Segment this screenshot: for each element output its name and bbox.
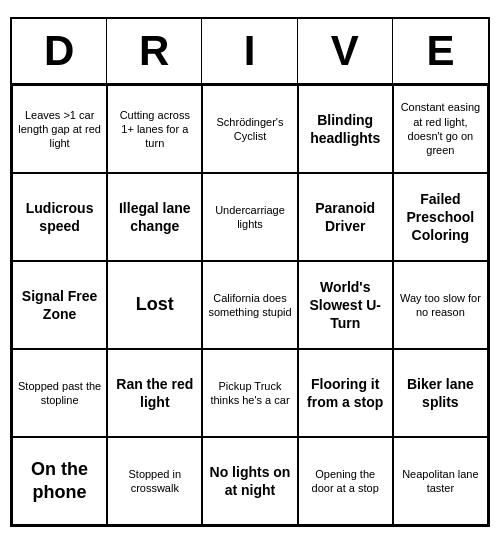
bingo-cell: Ludicrous speed bbox=[12, 173, 107, 261]
bingo-cell: California does something stupid bbox=[202, 261, 297, 349]
header-letter: E bbox=[393, 19, 488, 83]
bingo-cell: Stopped past the stopline bbox=[12, 349, 107, 437]
bingo-cell: Ran the red light bbox=[107, 349, 202, 437]
header-letter: R bbox=[107, 19, 202, 83]
bingo-cell: World's Slowest U-Turn bbox=[298, 261, 393, 349]
bingo-cell: No lights on at night bbox=[202, 437, 297, 525]
bingo-cell: Flooring it from a stop bbox=[298, 349, 393, 437]
bingo-cell: Blinding headlights bbox=[298, 85, 393, 173]
bingo-cell: Failed Preschool Coloring bbox=[393, 173, 488, 261]
bingo-cell: Leaves >1 car length gap at red light bbox=[12, 85, 107, 173]
bingo-header: DRIVE bbox=[12, 19, 488, 85]
bingo-cell: Cutting across 1+ lanes for a turn bbox=[107, 85, 202, 173]
bingo-cell: On the phone bbox=[12, 437, 107, 525]
header-letter: V bbox=[298, 19, 393, 83]
bingo-cell: Opening the door at a stop bbox=[298, 437, 393, 525]
bingo-cell: Neapolitan lane taster bbox=[393, 437, 488, 525]
bingo-cell: Pickup Truck thinks he's a car bbox=[202, 349, 297, 437]
bingo-cell: Biker lane splits bbox=[393, 349, 488, 437]
bingo-cell: Undercarriage lights bbox=[202, 173, 297, 261]
bingo-cell: Stopped in crosswalk bbox=[107, 437, 202, 525]
header-letter: I bbox=[202, 19, 297, 83]
bingo-cell: Illegal lane change bbox=[107, 173, 202, 261]
bingo-cell: Constant easing at red light, doesn't go… bbox=[393, 85, 488, 173]
bingo-cell: Signal Free Zone bbox=[12, 261, 107, 349]
bingo-cell: Lost bbox=[107, 261, 202, 349]
bingo-card: DRIVE Leaves >1 car length gap at red li… bbox=[10, 17, 490, 527]
header-letter: D bbox=[12, 19, 107, 83]
bingo-cell: Paranoid Driver bbox=[298, 173, 393, 261]
bingo-cell: Schrödinger's Cyclist bbox=[202, 85, 297, 173]
bingo-grid: Leaves >1 car length gap at red lightCut… bbox=[12, 85, 488, 525]
bingo-cell: Way too slow for no reason bbox=[393, 261, 488, 349]
